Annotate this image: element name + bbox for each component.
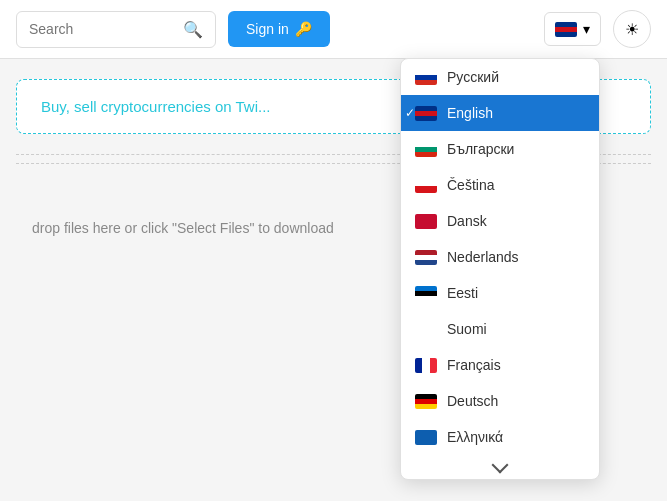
chevron-down-icon <box>492 457 509 474</box>
signin-icon: 🔑 <box>295 21 312 37</box>
search-box[interactable]: 🔍 <box>16 11 216 48</box>
lang-option-fi[interactable]: Suomi <box>401 311 599 347</box>
lang-option-ru[interactable]: Русский <box>401 59 599 95</box>
lang-flag <box>555 22 577 37</box>
dropdown-more-button[interactable] <box>401 455 599 479</box>
signin-button[interactable]: Sign in 🔑 <box>228 11 330 47</box>
search-icon: 🔍 <box>183 20 203 39</box>
lang-chevron: ▾ <box>583 21 590 37</box>
lang-label-cz: Čeština <box>447 177 494 193</box>
theme-icon: ☀ <box>625 20 639 39</box>
lang-label-bg: Български <box>447 141 514 157</box>
lang-option-nl[interactable]: Nederlands <box>401 239 599 275</box>
flag-ru <box>415 70 437 85</box>
flag-fi <box>415 322 437 337</box>
flag-bg <box>415 142 437 157</box>
flag-gr <box>415 430 437 445</box>
lang-label-ee: Eesti <box>447 285 478 301</box>
lang-option-ee[interactable]: Eesti <box>401 275 599 311</box>
lang-label-fi: Suomi <box>447 321 487 337</box>
lang-label-en: English <box>447 105 493 121</box>
lang-option-en[interactable]: ✓English <box>401 95 599 131</box>
theme-toggle-button[interactable]: ☀ <box>613 10 651 48</box>
lang-option-de[interactable]: Deutsch <box>401 383 599 419</box>
lang-label-dk: Dansk <box>447 213 487 229</box>
lang-label-gr: Ελληνικά <box>447 429 503 445</box>
lang-option-fr[interactable]: Français <box>401 347 599 383</box>
lang-label-de: Deutsch <box>447 393 498 409</box>
flag-cz <box>415 178 437 193</box>
lang-label-ru: Русский <box>447 69 499 85</box>
lang-label-nl: Nederlands <box>447 249 519 265</box>
lang-option-gr[interactable]: Ελληνικά <box>401 419 599 455</box>
flag-de <box>415 394 437 409</box>
lang-option-bg[interactable]: Български <box>401 131 599 167</box>
lang-option-dk[interactable]: Dansk <box>401 203 599 239</box>
search-input[interactable] <box>29 21 175 37</box>
banner-text: Buy, sell cryptocurrencies on Twi... <box>41 98 271 115</box>
language-dropdown: Русский✓EnglishБългарскиČeštinaDanskNede… <box>400 58 600 480</box>
header: 🔍 Sign in 🔑 ▾ ☀ <box>0 0 667 59</box>
flag-ee <box>415 286 437 301</box>
language-selector[interactable]: ▾ <box>544 12 601 46</box>
signin-label: Sign in <box>246 21 289 37</box>
checkmark-icon: ✓ <box>405 106 415 120</box>
flag-nl <box>415 250 437 265</box>
lang-label-fr: Français <box>447 357 501 373</box>
upload-text: drop files here or click "Select Files" … <box>32 220 334 236</box>
lang-option-cz[interactable]: Čeština <box>401 167 599 203</box>
flag-dk <box>415 214 437 229</box>
flag-fr <box>415 358 437 373</box>
flag-en <box>415 106 437 121</box>
